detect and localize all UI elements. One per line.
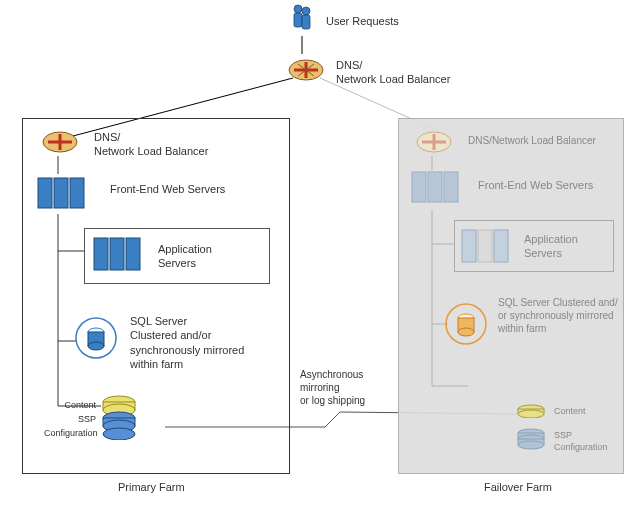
svg-point-0	[294, 5, 302, 13]
svg-point-49	[518, 410, 544, 418]
dns-top-label: DNS/ Network Load Balancer	[336, 58, 450, 87]
primary-sql-icon	[74, 316, 118, 360]
svg-point-30	[103, 428, 135, 440]
failover-app-icon	[460, 226, 516, 268]
svg-rect-3	[302, 15, 310, 29]
svg-rect-42	[494, 230, 508, 262]
failover-farm-title: Failover Farm	[484, 480, 552, 494]
svg-rect-40	[462, 230, 476, 262]
failover-tree	[420, 156, 520, 416]
primary-app-icon	[92, 234, 148, 276]
svg-rect-17	[94, 238, 108, 270]
svg-rect-19	[126, 238, 140, 270]
primary-dns-label: DNS/ Network Load Balancer	[94, 130, 208, 159]
svg-rect-41	[478, 230, 492, 262]
svg-point-23	[88, 342, 104, 350]
failover-db-config-label: Configuration	[554, 442, 608, 454]
primary-db-icon	[100, 394, 138, 440]
primary-db-content-label: Content	[62, 400, 96, 412]
users-icon	[288, 2, 316, 38]
failover-db-ssp-label: SSP	[554, 430, 572, 442]
failover-app-label: Application Servers	[524, 232, 578, 261]
primary-dns-icon	[40, 126, 80, 156]
failover-db-content-icon	[516, 404, 546, 418]
primary-farm-title: Primary Farm	[118, 480, 185, 494]
primary-app-label: Application Servers	[158, 242, 212, 271]
svg-rect-18	[110, 238, 124, 270]
user-requests-label: User Requests	[326, 14, 399, 28]
failover-sql-label: SQL Server Clustered and/ or synchronous…	[498, 296, 618, 335]
svg-point-54	[518, 441, 544, 449]
failover-dns-label: DNS/Network Load Balancer	[468, 134, 596, 147]
svg-point-46	[458, 328, 474, 336]
failover-dns-icon	[414, 126, 454, 156]
primary-db-ssp-label: SSP	[62, 414, 96, 426]
mirroring-label: Asynchronous mirroring or log shipping	[300, 368, 365, 407]
primary-db-config-label: Configuration	[44, 428, 96, 440]
failover-sql-icon	[444, 302, 488, 346]
dns-top-icon	[286, 54, 326, 84]
primary-sql-label: SQL Server Clustered and/or synchronousl…	[130, 314, 244, 371]
svg-rect-1	[294, 13, 302, 27]
failover-db-content-label: Content	[554, 406, 586, 418]
failover-db-stack-icon	[516, 428, 546, 452]
svg-point-2	[302, 7, 310, 15]
